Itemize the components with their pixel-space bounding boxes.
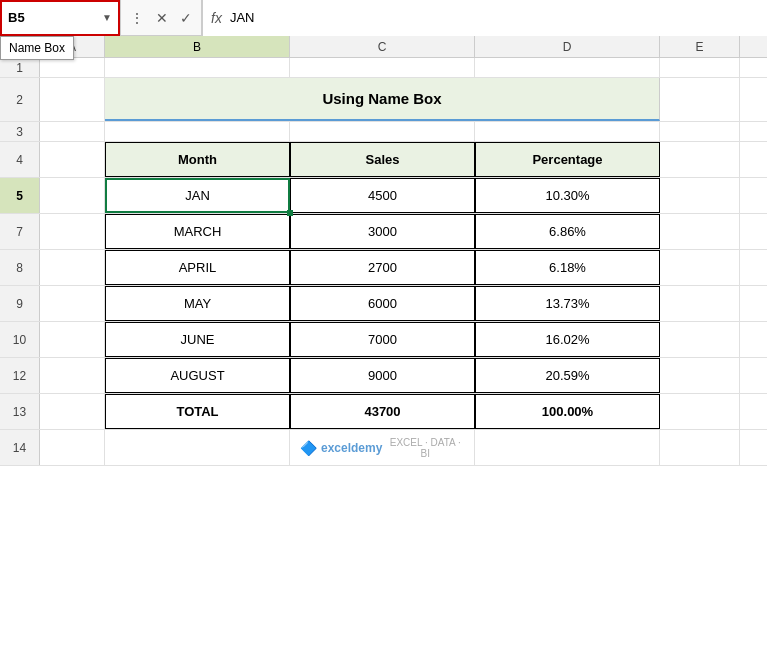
cell-e9[interactable]: [660, 286, 740, 321]
cell-d7[interactable]: 6.86%: [475, 214, 660, 249]
col-header-d[interactable]: D: [475, 36, 660, 57]
cell-c8[interactable]: 2700: [290, 250, 475, 285]
cell-d10[interactable]: 16.02%: [475, 322, 660, 357]
cell-march-text: MARCH: [174, 224, 222, 239]
cell-may-text: MAY: [184, 296, 211, 311]
cell-jan-pct: 10.30%: [545, 188, 589, 203]
cell-b12[interactable]: AUGUST: [105, 358, 290, 393]
cell-d14[interactable]: [475, 430, 660, 465]
grid-row: 1: [0, 58, 767, 78]
row-num-1[interactable]: 1: [0, 58, 40, 77]
row-num-10[interactable]: 10: [0, 322, 40, 357]
row-num-4[interactable]: 4: [0, 142, 40, 177]
cell-b14[interactable]: [105, 430, 290, 465]
row-num-7[interactable]: 7: [0, 214, 40, 249]
cell-total-label: TOTAL: [176, 404, 218, 419]
cell-a4[interactable]: [40, 142, 105, 177]
col-header-b[interactable]: B: [105, 36, 290, 57]
confirm-icon[interactable]: ✓: [177, 10, 195, 26]
cell-a10[interactable]: [40, 322, 105, 357]
row-num-3[interactable]: 3: [0, 122, 40, 141]
fx-label: fx: [211, 10, 222, 26]
cell-b1[interactable]: [105, 58, 290, 77]
cell-a13[interactable]: [40, 394, 105, 429]
cancel-icon[interactable]: ✕: [153, 10, 171, 26]
cell-c9[interactable]: 6000: [290, 286, 475, 321]
cell-c7[interactable]: 3000: [290, 214, 475, 249]
grid-row-14: 14 🔷 exceldemy EXCEL · DATA · BI: [0, 430, 767, 466]
cell-month-header[interactable]: Month: [105, 142, 290, 177]
cell-e3[interactable]: [660, 122, 740, 141]
cell-c13[interactable]: 43700: [290, 394, 475, 429]
cell-title[interactable]: Using Name Box: [105, 78, 660, 121]
cell-e4[interactable]: [660, 142, 740, 177]
cell-a1[interactable]: [40, 58, 105, 77]
row-num-14[interactable]: 14: [0, 430, 40, 465]
cell-d5[interactable]: 10.30%: [475, 178, 660, 213]
cell-a14[interactable]: [40, 430, 105, 465]
formula-bar: B5 ▼ Name Box ⋮ ✕ ✓ fx JAN: [0, 0, 767, 36]
cell-e12[interactable]: [660, 358, 740, 393]
row-num-2[interactable]: 2: [0, 78, 40, 121]
cell-e13[interactable]: [660, 394, 740, 429]
grid-row-12: 12 AUGUST 9000 20.59%: [0, 358, 767, 394]
grid-row-10: 10 JUNE 7000 16.02%: [0, 322, 767, 358]
cell-d1[interactable]: [475, 58, 660, 77]
cell-b3[interactable]: [105, 122, 290, 141]
cell-august-text: AUGUST: [170, 368, 224, 383]
grid-row-13: 13 TOTAL 43700 100.00%: [0, 394, 767, 430]
cell-c1[interactable]: [290, 58, 475, 77]
cell-d12[interactable]: 20.59%: [475, 358, 660, 393]
cell-d13[interactable]: 100.00%: [475, 394, 660, 429]
formula-input[interactable]: fx JAN: [202, 0, 767, 36]
name-box[interactable]: B5 ▼: [0, 0, 120, 36]
cell-d3[interactable]: [475, 122, 660, 141]
cell-e7[interactable]: [660, 214, 740, 249]
cell-march-pct: 6.86%: [549, 224, 586, 239]
cell-e10[interactable]: [660, 322, 740, 357]
row-num-5[interactable]: 5: [0, 178, 40, 213]
col-header-c[interactable]: C: [290, 36, 475, 57]
cell-may-pct: 13.73%: [545, 296, 589, 311]
col-header-e[interactable]: E: [660, 36, 740, 57]
cell-e8[interactable]: [660, 250, 740, 285]
cell-b7[interactable]: MARCH: [105, 214, 290, 249]
cell-a7[interactable]: [40, 214, 105, 249]
cell-pct-header[interactable]: Percentage: [475, 142, 660, 177]
row-num-9[interactable]: 9: [0, 286, 40, 321]
cell-e5[interactable]: [660, 178, 740, 213]
cell-a8[interactable]: [40, 250, 105, 285]
cell-a5[interactable]: [40, 178, 105, 213]
cell-e1[interactable]: [660, 58, 740, 77]
row-num-12[interactable]: 12: [0, 358, 40, 393]
cell-d9[interactable]: 13.73%: [475, 286, 660, 321]
cell-b8[interactable]: APRIL: [105, 250, 290, 285]
cell-b10[interactable]: JUNE: [105, 322, 290, 357]
watermark-subtext: EXCEL · DATA · BI: [386, 437, 464, 459]
cell-b5[interactable]: JAN: [105, 178, 290, 213]
cell-c3[interactable]: [290, 122, 475, 141]
grid-row: 3: [0, 122, 767, 142]
cell-a12[interactable]: [40, 358, 105, 393]
cell-b13[interactable]: TOTAL: [105, 394, 290, 429]
name-box-container: B5 ▼ Name Box: [0, 0, 120, 36]
grid-row-7: 7 MARCH 3000 6.86%: [0, 214, 767, 250]
cell-a2[interactable]: [40, 78, 105, 121]
cell-april-sales: 2700: [368, 260, 397, 275]
name-box-value: B5: [8, 10, 25, 25]
cell-e2[interactable]: [660, 78, 740, 121]
row-num-13[interactable]: 13: [0, 394, 40, 429]
cell-c12[interactable]: 9000: [290, 358, 475, 393]
cell-e14[interactable]: [660, 430, 740, 465]
cell-c5[interactable]: 4500: [290, 178, 475, 213]
row-num-8[interactable]: 8: [0, 250, 40, 285]
cell-jan-sales: 4500: [368, 188, 397, 203]
cell-sales-header[interactable]: Sales: [290, 142, 475, 177]
cell-d8[interactable]: 6.18%: [475, 250, 660, 285]
grid-body: 1 2 Using Name Box 3 4: [0, 58, 767, 466]
cell-a3[interactable]: [40, 122, 105, 141]
cell-a9[interactable]: [40, 286, 105, 321]
dropdown-arrow-icon[interactable]: ▼: [102, 12, 112, 23]
cell-c10[interactable]: 7000: [290, 322, 475, 357]
cell-b9[interactable]: MAY: [105, 286, 290, 321]
